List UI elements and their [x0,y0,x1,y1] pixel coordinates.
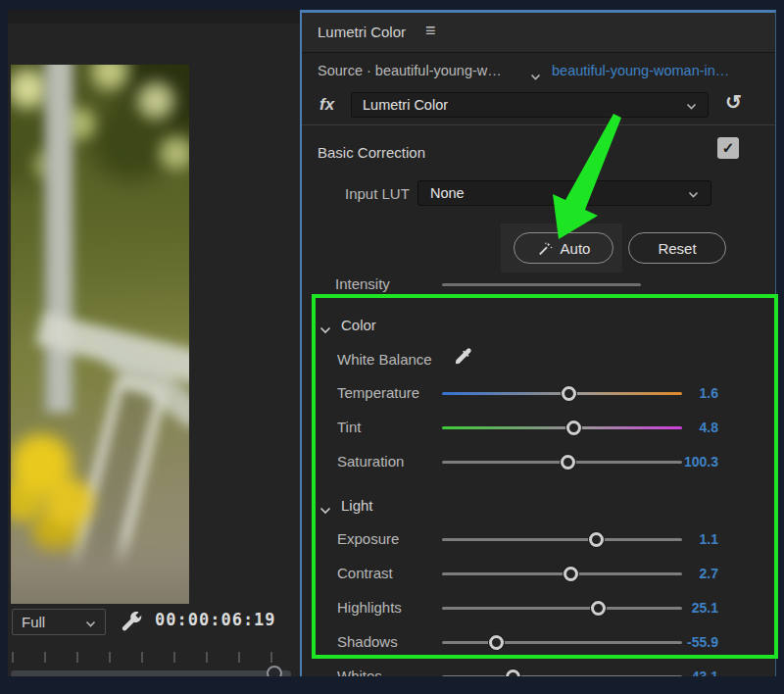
zoom-level-value: Full [22,614,45,630]
intensity-label: Intensity [335,275,390,292]
video-porch-post [44,65,74,413]
program-monitor-panel: Full 00:00:06:19 [8,10,300,676]
basic-correction-checkbox[interactable]: ✓ [717,137,739,159]
panel-tab-title[interactable]: Lumetri Color [318,24,406,40]
wrench-icon [121,610,144,633]
chevron-down-icon [686,96,697,114]
reset-button-label: Reset [658,240,696,257]
timeline-ruler[interactable] [12,652,296,663]
reset-button[interactable]: Reset [628,232,726,264]
input-lut-value: None [430,185,465,201]
zoom-level-select[interactable]: Full [12,609,106,635]
fx-icon: fx [319,95,334,115]
reset-effect-icon[interactable]: ↺ [725,90,742,114]
source-row: Source · beautiful-young-w… beautiful-yo… [302,54,775,89]
annotation-highlight-box [312,294,778,659]
slider-row: Whites 43.1 [302,660,775,676]
effect-select[interactable]: Lumetri Color [351,92,709,118]
timecode-display[interactable]: 00:00:06:19 [155,610,276,629]
chevron-down-icon[interactable] [530,67,541,84]
slider[interactable] [442,660,682,676]
slider-handle[interactable] [506,669,520,676]
chevron-down-icon [688,184,699,202]
panel-header: Lumetri Color ≡ [302,13,775,53]
annotation-arrow [531,114,629,243]
input-lut-label: Input LUT [345,185,410,202]
slider-label: Whites [337,668,382,676]
video-floor [11,536,189,604]
intensity-slider[interactable] [442,283,641,286]
panel-menu-icon[interactable]: ≡ [425,21,436,41]
settings-wrench-button[interactable] [118,608,147,635]
chevron-down-icon [85,614,96,630]
source-label: Source · beautiful-young-w… [318,63,502,78]
effect-select-value: Lumetri Color [363,97,448,113]
video-foliage [11,65,189,345]
video-preview[interactable] [11,65,189,604]
slider-value[interactable]: 43.1 [660,669,718,676]
monitor-top-strip [8,10,300,24]
clip-name-link[interactable]: beautiful-young-woman-in… [552,63,771,78]
basic-correction-title[interactable]: Basic Correction [318,144,425,161]
window-edge [0,676,784,694]
